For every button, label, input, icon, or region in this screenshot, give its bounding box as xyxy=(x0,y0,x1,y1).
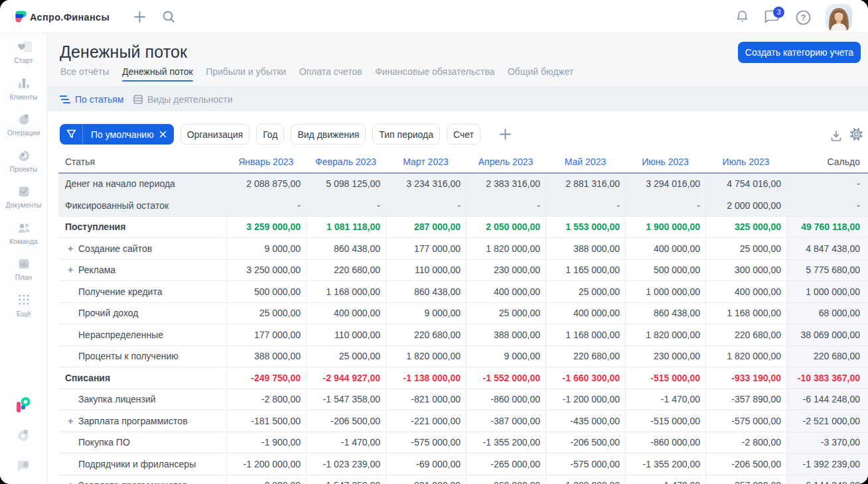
svg-text:?: ? xyxy=(801,13,806,23)
